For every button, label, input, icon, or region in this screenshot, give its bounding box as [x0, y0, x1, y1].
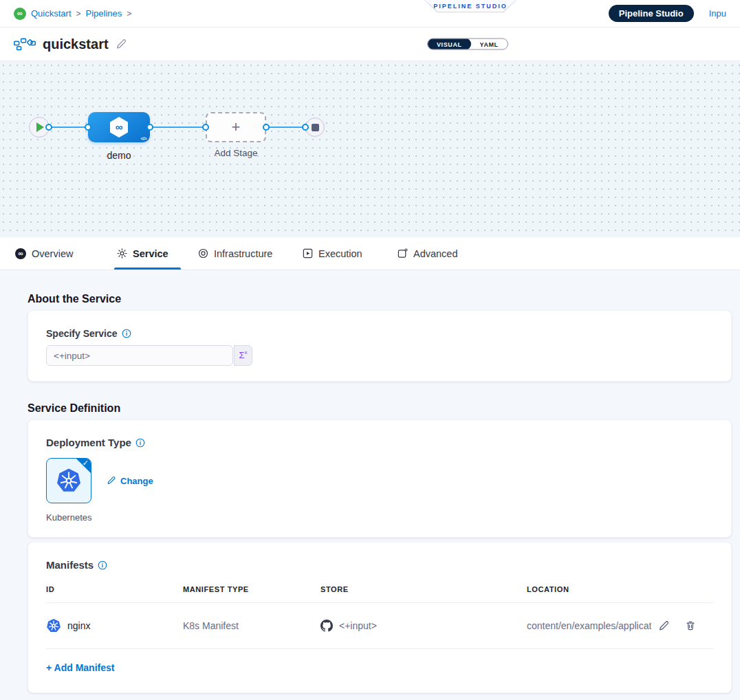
check-icon: ✓ [83, 459, 89, 468]
play-icon [36, 122, 44, 132]
edge-port[interactable] [146, 124, 153, 131]
breadcrumb-project-link[interactable]: Quickstart [31, 8, 72, 19]
pipeline-studio-ribbon: PIPELINE STUDIO [424, 0, 516, 12]
specify-service-input[interactable] [46, 345, 233, 366]
visual-yaml-toggle[interactable]: VISUAL YAML [427, 39, 508, 50]
manifests-heading: Manifests [46, 559, 94, 571]
col-store: STORE [320, 585, 527, 593]
sigma-icon: Σ [239, 350, 244, 360]
breadcrumb-separator: > [76, 9, 81, 19]
edit-manifest-pencil-icon[interactable] [658, 620, 670, 632]
toggle-visual[interactable]: VISUAL [428, 39, 471, 50]
manifests-card: Manifests ID MANIFEST TYPE STORE LOCATIO… [28, 542, 732, 693]
top-bar: ∞ Quickstart > Pipelines > PIPELINE STUD… [0, 0, 740, 28]
col-id: ID [46, 585, 183, 593]
pipeline-studio-button[interactable]: Pipeline Studio [609, 5, 694, 22]
harness-cd-stage-icon: ∞ [108, 116, 130, 139]
edge-port[interactable] [45, 124, 52, 131]
service-tab-content: About the Service Specify Service Σx Ser… [0, 270, 740, 700]
gear-icon [117, 248, 127, 259]
manifest-store: <+input> [339, 620, 377, 631]
tab-advanced[interactable]: Advanced [398, 237, 458, 270]
toggle-yaml[interactable]: YAML [471, 39, 508, 50]
manifest-id: nginx [67, 620, 90, 631]
tab-label: Infrastructure [214, 248, 272, 259]
pipeline-title: quickstart [43, 36, 109, 52]
edit-title-pencil-icon[interactable] [116, 39, 127, 50]
tab-label: Execution [318, 248, 362, 259]
kubernetes-caption: Kubernetes [46, 512, 713, 523]
col-manifest-type: MANIFEST TYPE [183, 585, 320, 593]
specify-service-card: Specify Service Σx [28, 310, 732, 382]
svg-text:∞: ∞ [116, 121, 123, 133]
tab-label: Overview [32, 248, 73, 259]
add-manifest-link[interactable]: + Add Manifest [46, 662, 114, 673]
edge-port[interactable] [302, 124, 309, 131]
add-stage-label: Add Stage [195, 148, 276, 158]
deployment-type-label: Deployment Type [46, 437, 131, 448]
active-tab-underline [114, 267, 181, 270]
kubernetes-icon [46, 618, 61, 633]
deployment-type-card: Deployment Type [28, 419, 732, 538]
stage-code-icon: </> [140, 136, 146, 141]
info-icon[interactable] [122, 329, 131, 338]
specify-service-label: Specify Service [46, 328, 118, 339]
advanced-icon [398, 248, 408, 259]
about-service-heading: About the Service [28, 270, 732, 305]
manifest-type: K8s Manifest [183, 620, 320, 631]
edge-port[interactable] [85, 124, 91, 131]
breadcrumb-separator: > [127, 9, 131, 19]
col-location: LOCATION [527, 585, 713, 593]
pipeline-canvas[interactable]: ∞ </> demo + Add Stage [0, 61, 740, 237]
edge-port[interactable] [263, 124, 270, 131]
pencil-icon [107, 476, 116, 485]
add-stage-button[interactable]: + [206, 112, 266, 142]
manifest-row-nginx[interactable]: nginx K8s Manifest <+input> content/en/e… [46, 603, 713, 648]
manifest-location: content/en/examples/applicat [527, 620, 651, 631]
ribbon-label: PIPELINE STUDIO [433, 3, 508, 10]
stage-name-label: demo [88, 150, 150, 161]
service-definition-heading: Service Definition [28, 402, 732, 415]
inputs-link[interactable]: Inpu [709, 8, 726, 19]
manifests-header-row: ID MANIFEST TYPE STORE LOCATION [46, 585, 713, 593]
plus-icon: + [232, 120, 241, 135]
breadcrumb-pipelines-link[interactable]: Pipelines [86, 8, 122, 19]
stage-node-demo[interactable]: ∞ </> [88, 112, 150, 142]
tab-label: Advanced [413, 248, 458, 259]
kubernetes-icon [56, 468, 82, 494]
pipeline-title-bar: quickstart VISUAL YAML [0, 28, 740, 61]
execution-icon [303, 248, 313, 259]
kubernetes-tile[interactable]: ✓ [46, 458, 91, 503]
infrastructure-icon [198, 248, 208, 259]
runtime-input-type-button[interactable]: Σx [234, 345, 252, 366]
info-icon[interactable] [98, 560, 107, 570]
github-icon [320, 620, 333, 632]
tab-service[interactable]: Service [117, 237, 168, 270]
breadcrumb: ∞ Quickstart > Pipelines > [14, 8, 131, 20]
tab-overview[interactable]: ∞ Overview [15, 237, 73, 270]
stage-tab-strip: ∞ Overview Service Infrastructure Execut… [0, 237, 740, 270]
overview-icon: ∞ [15, 248, 26, 259]
change-deployment-link[interactable]: Change [107, 476, 153, 486]
tab-label: Service [133, 248, 168, 259]
harness-project-icon: ∞ [14, 8, 26, 20]
tab-infrastructure[interactable]: Infrastructure [198, 237, 272, 270]
info-icon[interactable] [135, 438, 145, 448]
stop-icon [312, 124, 319, 131]
edge-port[interactable] [202, 124, 209, 131]
tab-execution[interactable]: Execution [303, 237, 362, 270]
delete-manifest-trash-icon[interactable] [685, 620, 696, 631]
pipeline-graph-icon [14, 37, 36, 51]
divider [46, 648, 713, 649]
